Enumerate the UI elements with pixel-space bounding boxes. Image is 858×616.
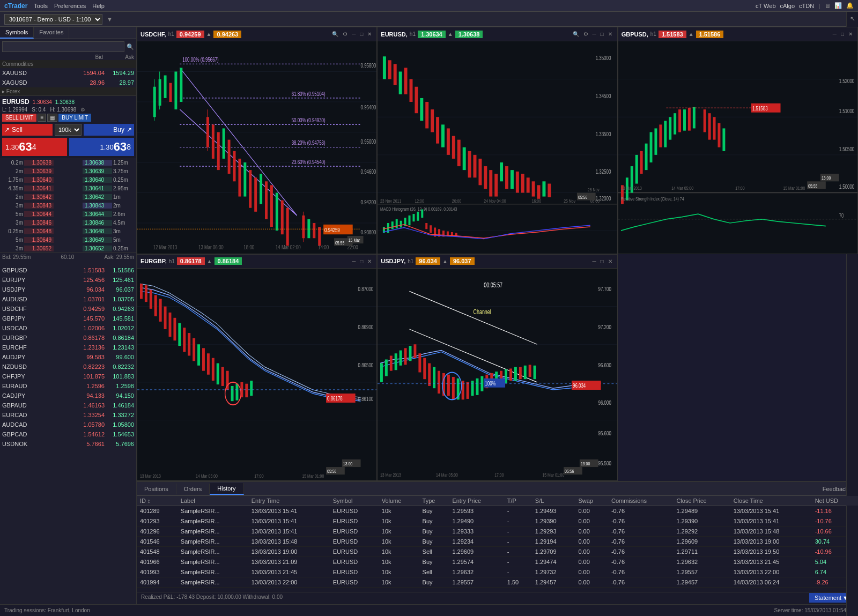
col-close-time[interactable]: Close Time	[730, 496, 812, 506]
eurusd-settings-icon[interactable]: ⚙	[80, 107, 85, 113]
symbol-gbpaud[interactable]: GBPAUD 1.46163 1.46184	[0, 400, 136, 410]
chart-usdchf-close[interactable]: ✕	[366, 31, 373, 38]
buy-limit-button[interactable]: BUY LIMIT	[58, 114, 91, 122]
chart-eurusd-settings[interactable]: ⚙	[582, 31, 590, 38]
col-swap[interactable]: Swap	[575, 496, 608, 506]
symbol-gbpjpy[interactable]: GBPJPY 145.570 145.581	[0, 314, 136, 323]
chart-usdjpy-close[interactable]: ✕	[606, 258, 614, 265]
symbol-usdnok[interactable]: USDNOK 5.7661 5.7696	[0, 439, 136, 449]
svg-text:Relative Strength Index (Close: Relative Strength Index (Close, 14) 74	[621, 195, 684, 202]
symbol-audjpy[interactable]: AUDJPY 99.583 99.600	[0, 352, 136, 362]
svg-text:0.94200: 0.94200	[361, 198, 376, 205]
menu-ctweb[interactable]: cT Web	[756, 3, 776, 9]
svg-rect-258	[471, 381, 474, 396]
ob-view-btn2[interactable]: ▦	[47, 114, 57, 122]
chart-usdjpy-maximize[interactable]: □	[599, 258, 605, 265]
ob-view-btn1[interactable]: ≡	[38, 114, 46, 122]
menu-calgo[interactable]: cAlgo	[780, 3, 795, 9]
svg-rect-213	[245, 383, 248, 397]
ob-footer: Bid: 29.55m 60.10 Ask: 29.55m	[0, 253, 136, 261]
tab-symbols[interactable]: Symbols	[0, 27, 34, 39]
tab-orders[interactable]: Orders	[176, 484, 210, 494]
svg-text:70: 70	[839, 212, 844, 219]
topbar-icon-bell[interactable]: 🔔	[846, 2, 854, 9]
symbol-gbpcad[interactable]: GBPCAD 1.54612 1.54653	[0, 429, 136, 439]
topbar-icon-chart[interactable]: 📊	[834, 2, 842, 9]
chart-eurusd-maximize[interactable]: □	[599, 31, 605, 38]
svg-text:Channel: Channel	[474, 308, 491, 315]
ob-entries: 0.2m 1.30638 1.30638 1.25m 2m1.30639 1.3…	[0, 158, 136, 253]
buy-button[interactable]: Buy ↗	[84, 124, 134, 136]
symbol-eurcad[interactable]: EURCAD 1.33254 1.33272	[0, 410, 136, 420]
tab-positions[interactable]: Positions	[137, 484, 176, 494]
col-entry-price[interactable]: Entry Price	[449, 496, 504, 506]
symbol-usdcad[interactable]: USDCAD 1.02006 1.02012	[0, 323, 136, 333]
col-entry-time[interactable]: Entry Time	[248, 496, 330, 506]
search-row: 🔍	[0, 39, 136, 54]
svg-rect-35	[243, 162, 246, 197]
chart-usdjpy-minimize[interactable]: ─	[591, 258, 598, 265]
svg-text:0.86100: 0.86100	[358, 395, 374, 402]
col-id[interactable]: ID ↕	[137, 496, 177, 506]
eurusd-order-buttons: SELL LIMIT ≡ ▦ BUY LIMIT	[2, 114, 134, 122]
svg-rect-211	[235, 383, 238, 400]
col-commissions[interactable]: Commissions	[608, 496, 673, 506]
symbol-usdjpy[interactable]: USDJPY 96.034 96.037	[0, 285, 136, 294]
account-dropdown-icon[interactable]: ▼	[107, 16, 113, 23]
svg-text:14:00: 14:00	[318, 244, 329, 251]
menu-ctdn[interactable]: cTDN	[799, 3, 814, 9]
search-input[interactable]	[2, 41, 124, 52]
chart-usdchf-maximize[interactable]: □	[358, 31, 365, 38]
symbol-eurgbp-list[interactable]: EURGBP 0.86178 0.86184	[0, 333, 136, 343]
chart-eurgbp-close[interactable]: ✕	[366, 258, 373, 265]
col-net-usd[interactable]: Net USD	[812, 496, 858, 506]
chart-eurusd-minimize[interactable]: ─	[591, 31, 598, 38]
chart-gbpusd-minimize[interactable]: ─	[831, 31, 838, 38]
col-type[interactable]: Type	[419, 496, 449, 506]
chart-eurusd-close[interactable]: ✕	[606, 31, 614, 38]
ob-row-1: 2m1.30639 1.306393.75m	[0, 167, 136, 175]
sell-button[interactable]: ↗ Sell	[2, 124, 53, 136]
chart-gbpusd-close[interactable]: ✕	[847, 31, 854, 38]
eurusd-controls: 🔍 ⚙ ─ □ ✕	[571, 31, 614, 38]
symbol-eurjpy[interactable]: EURJPY 125.456 125.461	[0, 275, 136, 285]
chart-usdchf-zoom[interactable]: 🔍	[330, 31, 340, 38]
tab-favorites[interactable]: Favorites	[34, 27, 69, 39]
symbol-gbpusd[interactable]: GBPUSD 1.51583 1.51586	[0, 265, 136, 275]
ob-row-8: 0.25m1.30648 1.306483m	[0, 227, 136, 235]
amount-selector[interactable]: 100k	[55, 124, 82, 136]
col-tp[interactable]: T/P	[504, 496, 532, 506]
col-volume[interactable]: Volume	[379, 496, 419, 506]
menu-tools[interactable]: Tools	[34, 3, 48, 9]
symbol-nzdusd[interactable]: NZDUSD 0.82223 0.82232	[0, 362, 136, 372]
topbar-icon-monitor[interactable]: 🖥	[824, 3, 830, 9]
symbol-usdchf[interactable]: USDCHF 0.94259 0.94263	[0, 304, 136, 314]
svg-rect-30	[217, 132, 220, 170]
symbol-audcad[interactable]: AUDCAD 1.05780 1.05800	[0, 420, 136, 429]
chart-eurusd-zoom[interactable]: 🔍	[571, 31, 581, 38]
chart-usdchf-settings[interactable]: ⚙	[341, 31, 349, 38]
symbol-chfjpy[interactable]: CHFJPY 101.875 101.883	[0, 372, 136, 381]
menu-preferences[interactable]: Preferences	[54, 3, 86, 9]
menu-help[interactable]: Help	[92, 3, 105, 9]
symbol-eurchf[interactable]: EURCHF 1.23136 1.23143	[0, 343, 136, 352]
symbol-xagusd[interactable]: XAGUSD 28.96 28.97	[0, 78, 136, 87]
search-icon[interactable]: 🔍	[127, 43, 134, 50]
symbol-audusd[interactable]: AUDUSD 1.03701 1.03705	[0, 294, 136, 304]
chart-eurgbp-minimize[interactable]: ─	[350, 258, 357, 265]
chart-gbpusd-maximize[interactable]: □	[839, 31, 846, 38]
table-row: 401993 SampleRSIR... 13/03/2013 21:45 EU…	[137, 567, 858, 577]
chart-eurgbp-maximize[interactable]: □	[358, 258, 365, 265]
symbol-xauusd[interactable]: XAUUSD 1594.04 1594.29	[0, 68, 136, 78]
symbol-cadjpy[interactable]: CADJPY 94.133 94.150	[0, 391, 136, 400]
tab-history[interactable]: History	[210, 483, 243, 495]
col-symbol[interactable]: Symbol	[330, 496, 379, 506]
col-label[interactable]: Label	[177, 496, 248, 506]
col-close-price[interactable]: Close Price	[673, 496, 730, 506]
usdchf-ask-badge: 0.94263	[213, 31, 241, 38]
account-selector[interactable]: 3010687 - Demo - USD - 1:100	[4, 14, 102, 25]
sell-limit-button[interactable]: SELL LIMIT	[2, 114, 36, 122]
chart-usdchf-minimize[interactable]: ─	[350, 31, 357, 38]
symbol-euraud[interactable]: EURAUD 1.2596 1.2598	[0, 381, 136, 391]
col-sl[interactable]: S/L	[532, 496, 575, 506]
